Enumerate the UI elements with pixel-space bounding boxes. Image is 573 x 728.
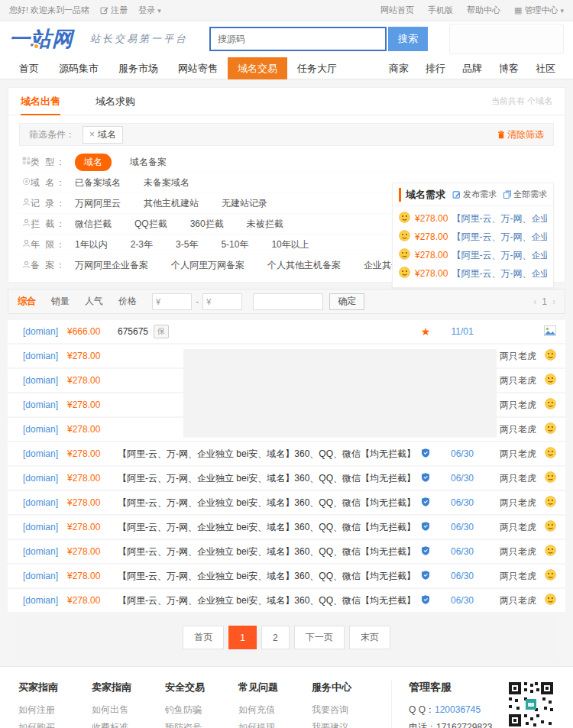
filter-option[interactable]: 个人其他主机备案 — [267, 259, 341, 272]
search-input[interactable] — [211, 34, 385, 44]
filter-option[interactable]: 5-10年 — [221, 238, 248, 251]
domain-link[interactable]: [domian] — [8, 497, 67, 508]
nav-right-item-社区[interactable]: 社区 — [527, 57, 564, 79]
domain-link[interactable]: [domian] — [8, 351, 67, 361]
footer-link[interactable]: 收费标准 — [92, 719, 165, 728]
page-button-末页[interactable]: 末页 — [349, 626, 390, 649]
domain-link[interactable]: [domian] — [8, 424, 67, 435]
topbar-link-3[interactable]: 帮助中心 — [467, 5, 500, 16]
filter-option[interactable]: 域名 — [75, 154, 112, 171]
nav-right-item-品牌[interactable]: 品牌 — [454, 57, 490, 79]
confirm-button[interactable]: 确定 — [329, 293, 364, 310]
demand-item[interactable]: ¥278.00【阿里-云、万-网、企业独立 b — [393, 264, 553, 283]
seller-name[interactable]: 两只老虎 — [486, 594, 536, 607]
sort-option-综合[interactable]: 综合 — [18, 295, 36, 308]
footer-link[interactable]: 如何出售 — [92, 701, 165, 719]
nav-right-item-商家[interactable]: 商家 — [380, 57, 417, 79]
close-icon[interactable]: × — [89, 129, 95, 140]
nav-item-网站寄售[interactable]: 网站寄售 — [168, 57, 228, 79]
filter-option[interactable]: 已备案域名 — [75, 176, 121, 189]
footer-link[interactable]: 我要咨询 — [312, 701, 385, 719]
domain-link[interactable]: [domian] — [8, 326, 67, 337]
demand-item[interactable]: ¥278.00【阿里-云、万-网、企业独立 b — [393, 228, 553, 246]
seller-name[interactable]: 两只老虎 — [486, 472, 536, 485]
footer-link[interactable]: 如何注册 — [18, 701, 92, 719]
filter-option[interactable]: 域名备案 — [130, 156, 167, 169]
footer-link[interactable]: 我要建议 — [312, 719, 385, 728]
table-row[interactable]: [domian]¥278.00【阿里-云、万-网、企业独立 bei安、域名】36… — [8, 467, 565, 490]
all-demands-link[interactable]: 全部需求 — [503, 189, 547, 200]
contact-value[interactable]: 120036745 — [435, 704, 481, 715]
filter-option[interactable]: QQ拦截 — [134, 218, 167, 231]
nav-item-服务市场[interactable]: 服务市场 — [108, 57, 168, 79]
table-row[interactable]: [domian]¥278.00【阿里-云、万-网、企业独立 bei安、域名】36… — [8, 565, 565, 587]
nav-item-域名交易[interactable]: 域名交易 — [228, 57, 287, 79]
seller-name[interactable]: 两只老虎 — [486, 545, 536, 558]
publish-demand-link[interactable]: 发布需求 — [452, 189, 497, 200]
domain-link[interactable]: [domian] — [8, 571, 67, 581]
footer-link[interactable]: 如何充值 — [238, 701, 312, 719]
topbar-link-4[interactable]: ▦管理中心▾ — [514, 5, 564, 16]
filter-option[interactable]: 3-5年 — [176, 238, 198, 251]
domain-link[interactable]: [domian] — [8, 400, 67, 410]
topbar-link-1[interactable]: 网站首页 — [380, 5, 414, 16]
table-row[interactable]: [domian]¥278.00【阿里-云、万-网、企业独立 bei安、域名】36… — [8, 491, 565, 514]
seller-name[interactable]: 两只老虎 — [486, 521, 536, 534]
domain-link[interactable]: [domian] — [8, 448, 67, 459]
filter-option[interactable]: 万网阿里企业备案 — [75, 259, 148, 272]
nav-item-源码集市[interactable]: 源码集市 — [49, 57, 108, 79]
filter-option[interactable]: 2-3年 — [131, 238, 153, 251]
page-button-下一页[interactable]: 下一页 — [294, 626, 345, 649]
topbar-link-2[interactable]: 手机版 — [428, 5, 453, 16]
filter-option[interactable]: 万网阿里云 — [75, 197, 121, 210]
register-link[interactable]: 注册 — [100, 5, 128, 16]
login-link[interactable]: 登录▾ — [138, 5, 161, 16]
keyword-filter-input[interactable] — [253, 293, 323, 310]
price-min-input[interactable] — [162, 297, 188, 306]
filter-option[interactable]: 无建站记录 — [222, 197, 267, 210]
clear-filters-button[interactable]: 清除筛选 — [497, 128, 544, 141]
seller-name[interactable]: 两只老虎 — [486, 570, 536, 583]
domain-link[interactable]: [domian] — [8, 473, 67, 484]
filter-option[interactable]: 1年以内 — [75, 238, 108, 251]
filter-tag-domain[interactable]: ×域名 — [83, 126, 123, 144]
nav-item-任务大厅[interactable]: 任务大厅 — [287, 57, 347, 79]
page-button-2[interactable]: 2 — [261, 626, 290, 649]
table-row[interactable]: [domian]¥278.00【阿里-云、万-网、企业独立 bei安、域名】36… — [8, 442, 565, 465]
table-row[interactable]: [domian]¥278.00【阿里-云、万-网、企业独立 bei安、域名】36… — [8, 540, 565, 563]
domain-link[interactable]: [domian] — [8, 595, 67, 606]
filter-option[interactable]: 未被拦截 — [247, 218, 283, 231]
favorite-star-icon[interactable]: ★ — [421, 325, 431, 338]
seller-name[interactable]: 两只老虎 — [486, 497, 536, 510]
sort-option-价格[interactable]: 价格 — [118, 295, 137, 308]
site-logo[interactable]: 一站网 — [9, 25, 73, 53]
footer-link[interactable]: 钓鱼防骗 — [165, 701, 238, 719]
domain-link[interactable]: [domian] — [8, 375, 67, 386]
table-row[interactable]: [domian]¥666.00675675保★11/01 — [8, 320, 565, 343]
sort-option-人气[interactable]: 人气 — [85, 295, 103, 308]
seller-name[interactable]: 两只老虎 — [486, 448, 536, 461]
domain-link[interactable]: [domian] — [8, 522, 67, 532]
table-row[interactable]: [domian]¥278.00【阿里-云、万-网、企业独立 bei安、域名】36… — [8, 589, 565, 612]
search-button[interactable]: 搜索 — [388, 27, 428, 51]
nav-right-item-排行[interactable]: 排行 — [417, 57, 454, 79]
page-button-1[interactable]: 1 — [228, 626, 257, 649]
nav-item-首页[interactable]: 首页 — [9, 57, 49, 79]
page-button-首页[interactable]: 首页 — [183, 626, 224, 649]
domain-link[interactable]: [domian] — [8, 546, 67, 557]
filter-option[interactable]: 10年以上 — [271, 238, 309, 251]
footer-link[interactable]: 如何提现 — [238, 719, 312, 728]
price-max-input[interactable] — [212, 297, 238, 306]
filter-option[interactable]: 未备案域名 — [144, 176, 189, 189]
nav-right-item-博客[interactable]: 博客 — [490, 57, 527, 79]
tab-domain-sell[interactable]: 域名出售 — [21, 88, 60, 115]
footer-link[interactable]: 如何购买 — [18, 719, 92, 728]
demand-item[interactable]: ¥278.00【阿里-云、万-网、企业独立 b — [393, 209, 553, 228]
table-row[interactable]: [domian]¥278.00【阿里-云、万-网、企业独立 bei安、域名】36… — [8, 516, 565, 539]
filter-option[interactable]: 个人阿里万网备案 — [171, 259, 244, 272]
filter-option[interactable]: 360拦截 — [190, 218, 224, 231]
sort-option-销量[interactable]: 销量 — [51, 295, 70, 308]
filter-option[interactable]: 微信拦截 — [75, 218, 112, 231]
tab-domain-buy[interactable]: 域名求购 — [96, 88, 135, 115]
demand-item[interactable]: ¥278.00【阿里-云、万-网、企业独立 b — [393, 246, 553, 264]
